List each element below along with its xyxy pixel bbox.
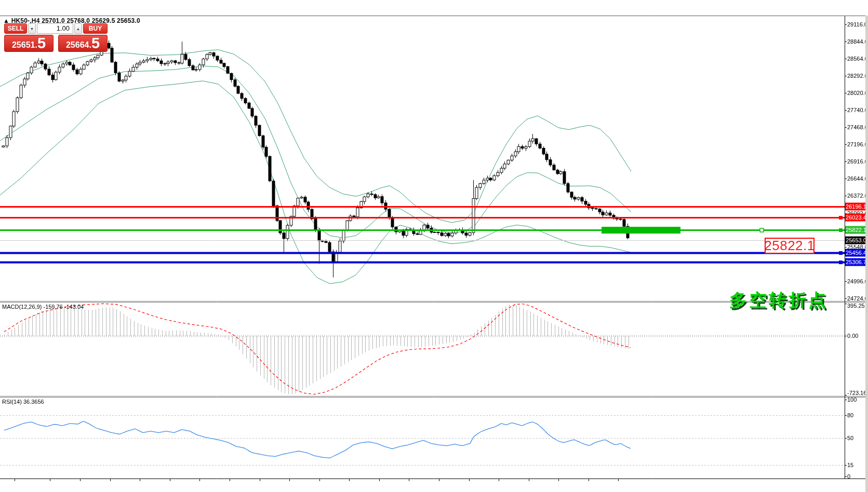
price-tick-label: 24996.0	[847, 278, 868, 284]
price-callout-box[interactable]: 25822.1	[765, 238, 814, 254]
macd-tick-label: 395.25	[847, 303, 865, 309]
sell-button[interactable]: SELL	[4, 23, 27, 34]
price-tick-label: 28020.0	[847, 90, 868, 96]
buy-price-button[interactable]: 25664.5	[58, 35, 108, 52]
sell-price-button[interactable]: 25651.5	[4, 35, 54, 52]
rsi-tick-label: 15	[847, 462, 853, 468]
price-tick-label: 26644.0	[847, 175, 868, 182]
volume-decrease-button[interactable]: ▼	[28, 23, 36, 34]
price-tick-label: 26916.0	[847, 158, 868, 165]
price-chart-canvas[interactable]	[0, 0, 868, 492]
price-line-badge: 26196.1	[845, 203, 867, 211]
chart-window[interactable]: ▲ HK50-,H4 25701.0 25768.0 25629.5 25653…	[0, 16, 868, 492]
price-line-badge: 25822.1	[845, 226, 867, 234]
price-tick-label: 27740.0	[847, 107, 868, 113]
chinese-annotation-text[interactable]: 多空转折点	[729, 289, 828, 312]
sell-price-big-digit: 5	[37, 36, 46, 50]
sell-price-main: 25651	[12, 40, 35, 50]
buy-price-big-digit: 5	[91, 36, 100, 50]
rsi-indicator-label: RSI(14) 36.3656	[2, 399, 44, 405]
price-line-badge: 26023.4	[845, 213, 867, 221]
price-tick-label: 26372.0	[847, 193, 868, 199]
buy-price-main: 25664	[66, 40, 89, 50]
window-edge-strip	[865, 16, 868, 492]
mt4-application: 新订单 自动交易	[0, 0, 868, 492]
price-line-badge: 25456.4	[845, 249, 867, 256]
macd-tick-label: 0.00	[847, 333, 858, 339]
price-tick-label: 24724.0	[847, 295, 868, 302]
price-line-badge: 25653.0	[845, 237, 867, 244]
volume-input[interactable]: 1.00	[37, 23, 73, 34]
volume-increase-button[interactable]: ▲	[74, 23, 82, 34]
price-tick-label: 27468.0	[847, 124, 868, 130]
rsi-tick-label: 0	[847, 473, 850, 480]
macd-tick-label: -723.16	[847, 390, 866, 396]
buy-button[interactable]: BUY	[83, 23, 108, 34]
rsi-tick-label: 50	[847, 435, 853, 441]
price-tick-label: 28292.0	[847, 73, 868, 79]
rsi-tick-label: 100	[847, 397, 857, 403]
price-line-badge: 25306.7	[845, 258, 867, 266]
macd-indicator-label: MACD(12,26,9) -159.76 -143.04	[2, 304, 84, 310]
one-click-trading-panel: SELL ▼ 1.00 ▲ BUY 25651.5 25664.5	[4, 23, 108, 52]
price-tick-label: 28844.0	[847, 38, 868, 45]
rsi-tick-label: 80	[847, 412, 853, 418]
price-tick-label: 27196.0	[847, 141, 868, 147]
price-tick-label: 28564.0	[847, 56, 868, 62]
price-tick-label: 29116.0	[847, 21, 867, 28]
